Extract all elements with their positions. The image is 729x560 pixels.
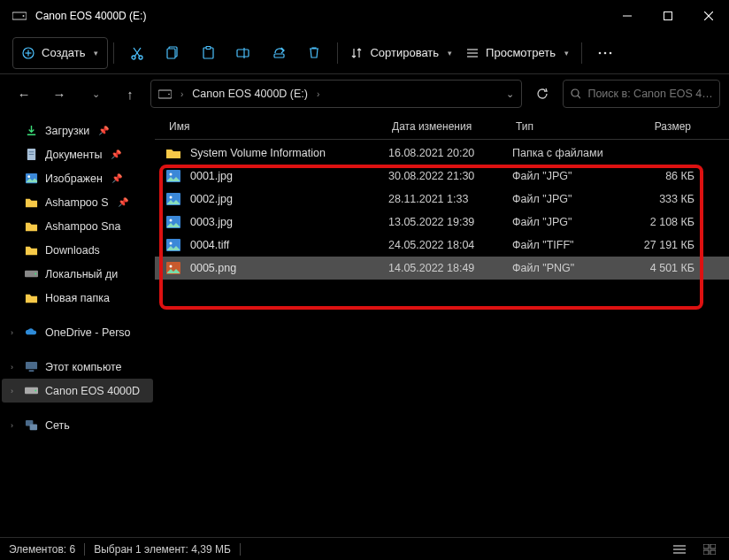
file-name: 0005.png: [190, 262, 388, 274]
chevron-down-icon: ⌄: [92, 88, 100, 100]
up-button[interactable]: ↑: [115, 79, 145, 109]
svg-rect-35: [26, 362, 37, 369]
file-size: 27 191 КБ: [620, 239, 694, 251]
back-button[interactable]: ←: [9, 79, 39, 109]
svg-rect-0: [12, 12, 27, 19]
search-box[interactable]: [563, 80, 720, 108]
file-type: Папка с файлами: [512, 147, 620, 159]
chevron-down-icon: ▾: [94, 49, 98, 58]
cut-icon: [130, 46, 144, 60]
svg-point-32: [27, 175, 30, 178]
svg-point-26: [572, 89, 579, 96]
col-type[interactable]: Тип: [512, 120, 620, 133]
file-icon: [165, 146, 181, 160]
maximize-button[interactable]: [648, 0, 688, 32]
forward-button[interactable]: →: [44, 79, 74, 109]
share-button[interactable]: [261, 37, 296, 69]
view-button[interactable]: Просмотреть ▾: [459, 37, 576, 69]
svg-rect-56: [703, 550, 709, 555]
sidebar-item-network[interactable]: ›Сеть: [2, 413, 153, 437]
chevron-right-icon: ›: [11, 421, 13, 430]
sidebar-item-ashampoo2[interactable]: Ashampoo Sna: [2, 214, 153, 238]
up-button[interactable]: ⌄: [80, 79, 110, 109]
rename-button[interactable]: [226, 37, 261, 69]
file-row[interactable]: System Volume Information16.08.2021 20:2…: [155, 142, 729, 165]
svg-rect-14: [206, 47, 211, 50]
svg-rect-17: [274, 54, 284, 58]
cut-button[interactable]: [119, 37, 155, 69]
chevron-down-icon[interactable]: ⌄: [506, 88, 514, 100]
svg-rect-55: [710, 544, 716, 548]
search-icon: [571, 88, 580, 100]
drive-icon: [12, 11, 27, 21]
paste-button[interactable]: [190, 37, 226, 69]
rename-icon: [236, 47, 250, 59]
file-size: 333 КБ: [620, 193, 694, 205]
sidebar-item-pictures[interactable]: Изображен📌: [2, 166, 153, 190]
minimize-button[interactable]: [607, 0, 648, 32]
file-date: 14.05.2022 18:49: [388, 262, 512, 274]
sidebar-item-downloads[interactable]: Загрузки📌: [2, 119, 153, 142]
window-title: Canon EOS 4000D (E:): [35, 10, 146, 22]
delete-button[interactable]: [296, 37, 332, 69]
folder-icon: [25, 219, 38, 233]
more-button[interactable]: [587, 37, 623, 69]
sidebar-item-canon[interactable]: ›Canon EOS 4000D: [2, 379, 153, 403]
breadcrumb[interactable]: › Canon EOS 4000D (E:) › ⌄: [150, 80, 522, 108]
file-row[interactable]: 0002.jpg28.11.2021 1:33Файл "JPG"333 КБ: [155, 188, 729, 211]
breadcrumb-item[interactable]: Canon EOS 4000D (E:): [192, 88, 308, 100]
file-type: Файл "JPG": [512, 216, 620, 228]
sidebar-item-downloads2[interactable]: Downloads: [2, 238, 153, 262]
svg-rect-15: [237, 50, 249, 57]
file-icon: [165, 192, 181, 206]
create-button[interactable]: Создать ▾: [12, 37, 108, 69]
details-view-button[interactable]: [669, 541, 690, 558]
status-count: Элементов: 6: [9, 543, 75, 556]
pin-icon: 📌: [118, 197, 128, 207]
sidebar-item-thispc[interactable]: ›Этот компьюте: [2, 355, 153, 379]
close-button[interactable]: [688, 0, 729, 32]
sort-button[interactable]: Сортировать ▾: [343, 37, 459, 69]
sidebar-item-newfolder[interactable]: Новая папка: [2, 286, 153, 310]
share-icon: [272, 46, 286, 59]
thumbnail-view-button[interactable]: [699, 541, 720, 558]
copy-button[interactable]: [155, 37, 190, 69]
file-type: Файл "PNG": [512, 262, 620, 274]
sidebar-item-onedrive[interactable]: ›OneDrive - Perso: [2, 320, 153, 344]
file-size: 4 501 КБ: [620, 262, 694, 274]
file-row[interactable]: 0001.jpg30.08.2022 21:30Файл "JPG"86 КБ: [155, 165, 729, 188]
status-selection: Выбран 1 элемент: 4,39 МБ: [94, 543, 231, 556]
pin-icon: 📌: [111, 150, 121, 159]
svg-point-50: [170, 265, 173, 268]
file-row[interactable]: 0005.png14.05.2022 18:49Файл "PNG"4 501 …: [155, 257, 729, 280]
refresh-button[interactable]: [527, 80, 557, 108]
chevron-right-icon: ›: [180, 89, 183, 99]
file-size: 2 108 КБ: [620, 216, 694, 228]
download-icon: [25, 124, 38, 137]
chevron-down-icon: ▾: [448, 49, 452, 58]
cloud-icon: [25, 326, 38, 339]
sidebar-item-ashampoo1[interactable]: Ashampoo S📌: [2, 190, 153, 214]
chevron-right-icon: ›: [317, 89, 319, 99]
file-row[interactable]: 0003.jpg13.05.2022 19:39Файл "JPG"2 108 …: [155, 211, 729, 234]
ellipsis-icon: [598, 51, 612, 55]
view-label: Просмотреть: [486, 46, 556, 59]
window: Canon EOS 4000D (E:) Создать ▾ Сортирова…: [0, 0, 729, 560]
col-date[interactable]: Дата изменения: [388, 120, 512, 133]
col-size[interactable]: Размер: [620, 120, 694, 133]
folder-icon: [25, 291, 38, 304]
svg-point-9: [132, 56, 135, 59]
sidebar-item-documents[interactable]: Документы📌: [2, 142, 153, 166]
navbar: ← → ⌄ ↑ › Canon EOS 4000D (E:) › ⌄: [0, 74, 729, 113]
svg-point-42: [170, 173, 173, 176]
col-name[interactable]: Имя: [165, 120, 388, 133]
file-row[interactable]: 0004.tiff24.05.2022 18:04Файл "TIFF"27 1…: [155, 234, 729, 257]
search-input[interactable]: [587, 88, 712, 100]
file-name: 0004.tiff: [190, 239, 388, 251]
svg-rect-12: [167, 49, 175, 58]
trash-icon: [308, 46, 320, 59]
sidebar-item-localdisk[interactable]: Локальный ди: [2, 262, 153, 286]
svg-point-1: [23, 15, 25, 17]
sort-label: Сортировать: [370, 46, 439, 59]
file-list: System Volume Information16.08.2021 20:2…: [155, 140, 729, 280]
